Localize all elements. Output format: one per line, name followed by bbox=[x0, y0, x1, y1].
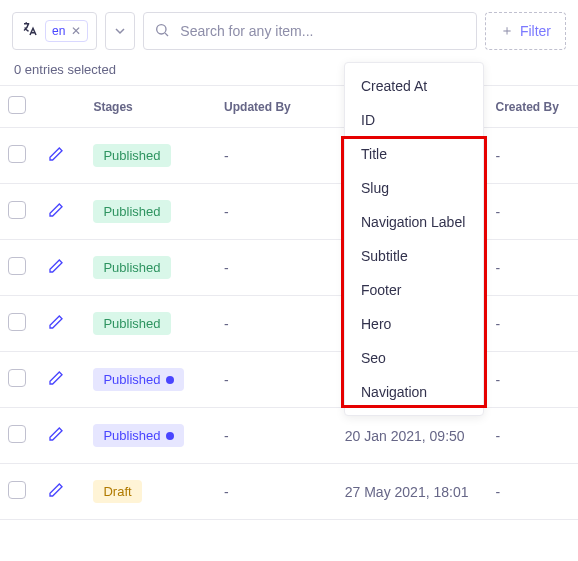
edit-icon[interactable] bbox=[48, 202, 64, 218]
table-row: Published -- bbox=[0, 184, 578, 240]
edit-icon[interactable] bbox=[48, 426, 64, 442]
row-checkbox[interactable] bbox=[8, 425, 26, 443]
cell-created-by: - bbox=[488, 128, 578, 184]
edit-icon[interactable] bbox=[48, 370, 64, 386]
table-row: Published -20 Jan 2021, 09:50- bbox=[0, 352, 578, 408]
cell-updated-by: - bbox=[216, 240, 337, 296]
col-stages[interactable]: Stages bbox=[85, 86, 216, 128]
select-all-checkbox[interactable] bbox=[8, 96, 26, 114]
stage-badge: Published bbox=[93, 368, 183, 391]
stage-badge: Published bbox=[93, 424, 183, 447]
edit-icon[interactable] bbox=[48, 314, 64, 330]
selection-count: 0 entries selected bbox=[0, 58, 578, 85]
filter-menu-item[interactable]: Navigation bbox=[345, 375, 483, 409]
row-checkbox[interactable] bbox=[8, 369, 26, 387]
stage-badge: Published bbox=[93, 312, 170, 335]
language-dropdown-caret[interactable] bbox=[105, 12, 135, 50]
data-table: Stages Updated By Updated At Created By … bbox=[0, 85, 578, 520]
cell-created-by: - bbox=[488, 240, 578, 296]
filter-menu-item[interactable]: Navigation Label bbox=[345, 205, 483, 239]
table-header-row: Stages Updated By Updated At Created By bbox=[0, 86, 578, 128]
cell-created-by: - bbox=[488, 464, 578, 520]
col-created-by[interactable]: Created By bbox=[488, 86, 578, 128]
stage-badge: Published bbox=[93, 256, 170, 279]
table-row: Published -- bbox=[0, 296, 578, 352]
status-dot-icon bbox=[166, 376, 174, 384]
table-row: Published -- bbox=[0, 240, 578, 296]
row-checkbox[interactable] bbox=[8, 313, 26, 331]
language-chip-label: en bbox=[52, 24, 65, 38]
cell-updated-by: - bbox=[216, 408, 337, 464]
filter-menu-item[interactable]: Created At bbox=[345, 69, 483, 103]
filter-button-label: Filter bbox=[520, 23, 551, 39]
cell-updated-by: - bbox=[216, 128, 337, 184]
stage-badge: Draft bbox=[93, 480, 141, 503]
filter-button[interactable]: ＋ Filter bbox=[485, 12, 566, 50]
filter-menu-item[interactable]: Title bbox=[345, 137, 483, 171]
toolbar: en ✕ ＋ Filter bbox=[0, 0, 578, 58]
row-checkbox[interactable] bbox=[8, 145, 26, 163]
filter-menu-item[interactable]: Footer bbox=[345, 273, 483, 307]
cell-created-by: - bbox=[488, 184, 578, 240]
cell-updated-by: - bbox=[216, 296, 337, 352]
search-input[interactable] bbox=[178, 22, 466, 40]
plus-icon: ＋ bbox=[500, 22, 514, 40]
filter-menu: Created AtIDTitleSlugNavigation LabelSub… bbox=[344, 62, 484, 416]
translate-icon bbox=[21, 20, 39, 42]
filter-menu-item[interactable]: Subtitle bbox=[345, 239, 483, 273]
row-checkbox[interactable] bbox=[8, 201, 26, 219]
filter-menu-item[interactable]: Slug bbox=[345, 171, 483, 205]
cell-created-by: - bbox=[488, 296, 578, 352]
cell-updated-by: - bbox=[216, 184, 337, 240]
filter-menu-item[interactable]: Seo bbox=[345, 341, 483, 375]
row-checkbox[interactable] bbox=[8, 257, 26, 275]
language-filter[interactable]: en ✕ bbox=[12, 12, 97, 50]
language-chip[interactable]: en ✕ bbox=[45, 20, 88, 42]
edit-icon[interactable] bbox=[48, 258, 64, 274]
status-dot-icon bbox=[166, 432, 174, 440]
cell-created-by: - bbox=[488, 408, 578, 464]
table-row: Published -20 Jan 2021, 09:50- bbox=[0, 408, 578, 464]
search-icon bbox=[154, 22, 170, 41]
edit-icon[interactable] bbox=[48, 482, 64, 498]
table-row: Draft -27 May 2021, 18:01- bbox=[0, 464, 578, 520]
edit-icon[interactable] bbox=[48, 146, 64, 162]
cell-updated-by: - bbox=[216, 352, 337, 408]
cell-created-by: - bbox=[488, 352, 578, 408]
stage-badge: Published bbox=[93, 144, 170, 167]
close-icon[interactable]: ✕ bbox=[71, 24, 81, 38]
cell-updated-by: - bbox=[216, 464, 337, 520]
table-row: Published -- bbox=[0, 128, 578, 184]
chevron-down-icon bbox=[115, 23, 125, 39]
col-updated-by[interactable]: Updated By bbox=[216, 86, 337, 128]
svg-line-1 bbox=[165, 33, 168, 36]
cell-updated-at: 27 May 2021, 18:01 bbox=[337, 464, 488, 520]
row-checkbox[interactable] bbox=[8, 481, 26, 499]
svg-point-0 bbox=[157, 24, 166, 33]
filter-menu-item[interactable]: ID bbox=[345, 103, 483, 137]
filter-menu-item[interactable]: Hero bbox=[345, 307, 483, 341]
stage-badge: Published bbox=[93, 200, 170, 223]
search-box[interactable] bbox=[143, 12, 477, 50]
